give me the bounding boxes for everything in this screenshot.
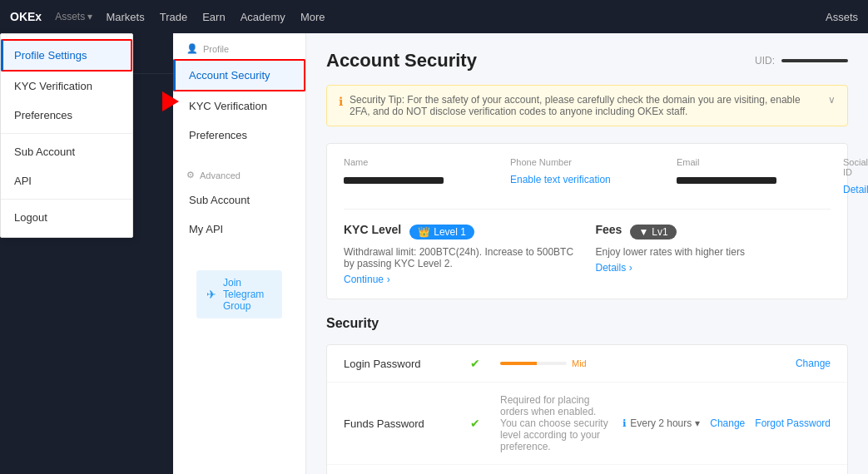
funds-password-status: ✔ <box>470 417 490 430</box>
login-password-row: Login Password ✔ Mid Change <box>327 345 847 383</box>
kyc-title: KYC Level <box>344 223 401 236</box>
info-panel: Name Phone Number Enable text verificati… <box>326 143 848 299</box>
enable-text-verification-link[interactable]: Enable text verification <box>510 174 663 185</box>
fees-title: Fees <box>596 223 622 236</box>
email-value <box>677 177 776 184</box>
social-card: Social ID Details <box>843 157 868 195</box>
warning-icon: ℹ <box>339 95 343 108</box>
nav-markets[interactable]: Markets <box>106 11 144 23</box>
security-card: Login Password ✔ Mid Change Funds Passwo… <box>326 344 848 474</box>
security-section-title: Security <box>326 316 848 331</box>
login-password-label: Login Password <box>344 358 460 370</box>
sidebar-item-account-security[interactable]: Account Security <box>173 59 305 91</box>
profile-dropdown-menu: Profile Settings KYC Verification Prefer… <box>0 33 133 238</box>
person-icon: 👤 <box>186 43 198 54</box>
nav-earn[interactable]: Earn <box>202 11 225 23</box>
funds-forgot-link[interactable]: Forgot Password <box>755 417 831 429</box>
menu-item-api[interactable]: API <box>1 166 132 195</box>
menu-item-logout[interactable]: Logout <box>1 203 132 232</box>
name-label: Name <box>344 157 497 167</box>
profile-section-label: 👤 Profile <box>173 33 305 59</box>
nav-left: OKEx Assets ▾ Markets Trade Earn Academy… <box>10 10 325 23</box>
kyc-block: KYC Level 👑 Level 1 Withdrawal limit: 20… <box>344 223 579 285</box>
phone-label: Phone Number <box>510 157 663 167</box>
fees-block: Fees ▼ Lv1 Enjoy lower rates with higher… <box>596 223 831 285</box>
assets-button[interactable]: Assets <box>826 11 858 23</box>
advanced-icon: ⚙ <box>186 170 195 180</box>
nav-links: Markets Trade Earn Academy More <box>106 11 325 23</box>
mobile-verification-row: Mobile Verification ! Receive verificati… <box>327 465 847 474</box>
strength-bar <box>500 362 567 365</box>
sidebar-item-my-api[interactable]: My API <box>173 215 305 244</box>
uid-value <box>781 59 848 62</box>
email-label: Email <box>677 157 830 167</box>
name-value <box>344 177 444 184</box>
strength-fill <box>500 362 537 365</box>
funds-interval-select[interactable]: ℹ Every 2 hours ▾ <box>622 417 700 429</box>
info-icon: ℹ <box>622 417 627 429</box>
menu-item-kyc[interactable]: KYC Verification <box>1 72 132 101</box>
name-card: Name <box>344 157 510 195</box>
menu-divider <box>1 133 132 134</box>
login-password-status: ✔ <box>470 357 490 370</box>
funds-password-row: Funds Password ✔ Required for placing or… <box>327 383 847 465</box>
fees-badge: ▼ Lv1 <box>630 225 676 239</box>
interval-label: Every 2 hours <box>630 417 692 429</box>
uid-label: UID: <box>755 55 775 67</box>
sidebar-item-kyc[interactable]: KYC Verification <box>173 91 305 121</box>
advanced-section-label: ⚙ Advanced <box>173 160 305 185</box>
strength-label: Mid <box>572 358 587 368</box>
sidebar-item-sub-account[interactable]: Sub Account <box>173 185 305 215</box>
chevron-down-icon: ▾ <box>695 417 700 429</box>
nav-trade[interactable]: Trade <box>160 11 187 23</box>
kyc-continue-link[interactable]: Continue <box>344 274 384 285</box>
social-details-link[interactable]: Details <box>843 184 868 195</box>
expand-icon[interactable]: ∨ <box>828 94 836 106</box>
social-label: Social ID <box>843 157 868 177</box>
login-password-actions: Change <box>796 358 831 369</box>
security-section: Security Login Password ✔ Mid Change <box>326 316 848 474</box>
funds-password-label: Funds Password <box>344 417 460 430</box>
kyc-badge: 👑 Level 1 <box>409 225 474 239</box>
phone-card: Phone Number Enable text verification <box>510 157 677 195</box>
funds-change-link[interactable]: Change <box>710 417 745 429</box>
kyc-fees-row: KYC Level 👑 Level 1 Withdrawal limit: 20… <box>344 209 831 285</box>
password-strength: Mid <box>500 358 587 368</box>
funds-password-actions: Change Forgot Password <box>710 417 831 429</box>
menu-divider-2 <box>1 199 132 200</box>
fees-icon: ▼ <box>638 226 648 238</box>
login-password-change-link[interactable]: Change <box>796 358 831 369</box>
telegram-button[interactable]: ✈ Join Telegram Group <box>196 270 282 318</box>
email-card: Email <box>677 157 843 195</box>
assets-dropdown[interactable]: Assets ▾ <box>55 11 92 22</box>
top-navigation: OKEx Assets ▾ Markets Trade Earn Academy… <box>0 0 868 33</box>
tip-text: Security Tip: For the safety of your acc… <box>350 94 821 117</box>
page-header: Account Security UID: <box>326 50 848 72</box>
menu-item-preferences[interactable]: Preferences <box>1 101 132 130</box>
kyc-description: Withdrawal limit: 200BTC(24h). Increase … <box>344 246 579 269</box>
main-content: Account Security UID: ℹ Security Tip: Fo… <box>306 33 868 474</box>
crown-icon: 👑 <box>418 226 430 238</box>
sidebar-item-preferences[interactable]: Preferences <box>173 121 305 150</box>
menu-item-sub-account[interactable]: Sub Account <box>1 137 132 166</box>
info-cards: Name Phone Number Enable text verificati… <box>344 157 831 195</box>
brand-logo[interactable]: OKEx <box>10 10 42 23</box>
fees-description: Enjoy lower rates with higher tiers <box>596 246 831 258</box>
inner-sidebar: 👤 Profile Account Security KYC Verificat… <box>173 33 306 474</box>
continue-arrow-icon: › <box>387 274 390 285</box>
page-title: Account Security <box>326 50 477 72</box>
uid-row: UID: <box>755 55 848 67</box>
fees-details-link[interactable]: Details <box>596 262 627 274</box>
fees-details-arrow-icon: › <box>629 262 632 274</box>
funds-password-desc: Required for placing orders when enabled… <box>500 394 613 452</box>
menu-item-profile-settings[interactable]: Profile Settings <box>1 39 132 72</box>
security-tip-banner: ℹ Security Tip: For the safety of your a… <box>326 85 848 126</box>
nav-right: Assets <box>826 11 858 23</box>
nav-academy[interactable]: Academy <box>241 11 285 23</box>
nav-more[interactable]: More <box>300 11 325 23</box>
telegram-icon: ✈ <box>206 288 216 301</box>
